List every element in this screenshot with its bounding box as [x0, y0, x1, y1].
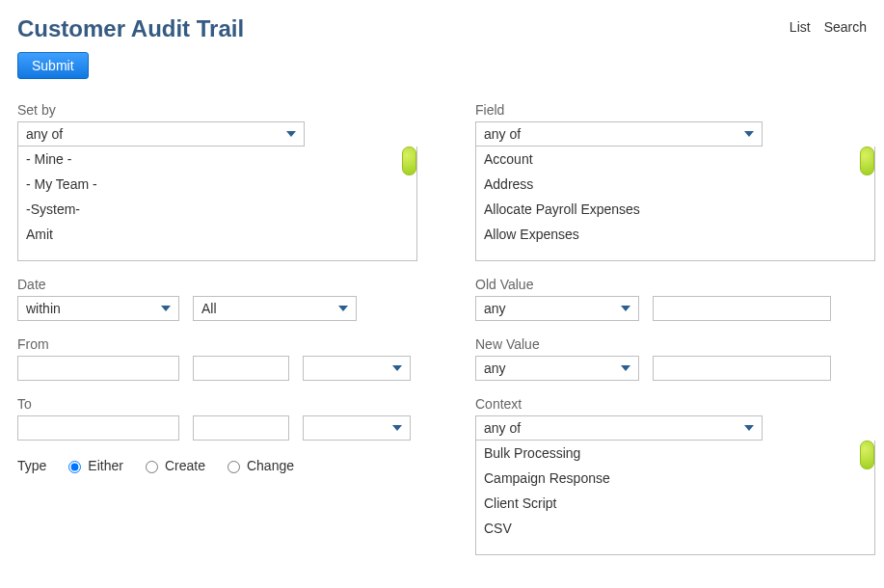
type-radio-group: Type Either Create Change: [17, 458, 417, 473]
list-item[interactable]: Client Script: [476, 491, 874, 516]
header-links: List Search: [790, 13, 867, 35]
from-label: From: [17, 336, 417, 352]
type-create-radio[interactable]: Create: [141, 458, 205, 473]
type-either-radio[interactable]: Either: [64, 458, 123, 473]
context-select[interactable]: any of: [475, 415, 763, 441]
page-title: Customer Audit Trail: [17, 15, 244, 42]
set-by-listbox[interactable]: - Mine - - My Team - -System- Amit: [17, 147, 417, 261]
context-label: Context: [475, 396, 875, 412]
radio-label: Change: [247, 458, 294, 473]
chevron-down-icon: [744, 425, 754, 431]
field-listbox[interactable]: Account Address Allocate Payroll Expense…: [475, 147, 875, 261]
nav-search-link[interactable]: Search: [824, 19, 867, 35]
date-mode-select[interactable]: within: [17, 296, 179, 321]
date-range-select[interactable]: All: [193, 296, 357, 321]
chevron-down-icon: [621, 365, 630, 371]
to-label: To: [17, 396, 417, 412]
radio-label: Create: [165, 458, 205, 473]
radio-input[interactable]: [68, 461, 81, 473]
field-select-value: any of: [484, 126, 521, 142]
type-change-radio[interactable]: Change: [223, 458, 294, 473]
list-item[interactable]: -System-: [18, 197, 416, 222]
list-item[interactable]: Campaign Response: [476, 466, 874, 491]
from-time-input[interactable]: [193, 356, 289, 381]
to-date-input[interactable]: [17, 415, 179, 441]
nav-list-link[interactable]: List: [790, 19, 811, 35]
from-ampm-select[interactable]: [303, 356, 411, 381]
list-item[interactable]: - Mine -: [18, 147, 416, 172]
chevron-down-icon: [744, 131, 754, 137]
new-value-mode-select[interactable]: any: [475, 356, 639, 381]
chevron-down-icon: [392, 425, 402, 431]
list-item[interactable]: - My Team -: [18, 172, 416, 197]
new-value-label: New Value: [475, 336, 875, 352]
to-time-input[interactable]: [193, 415, 289, 441]
list-item[interactable]: Account: [476, 147, 874, 172]
new-value-input[interactable]: [653, 356, 831, 381]
old-value-mode-value: any: [484, 301, 506, 316]
list-item[interactable]: Amit: [18, 222, 416, 247]
field-select[interactable]: any of: [475, 121, 763, 147]
context-select-value: any of: [484, 420, 521, 436]
radio-input[interactable]: [146, 461, 158, 473]
to-ampm-select[interactable]: [303, 415, 411, 441]
set-by-select[interactable]: any of: [17, 121, 305, 147]
scrollbar-thumb[interactable]: [860, 441, 874, 469]
list-item[interactable]: Bulk Processing: [476, 441, 874, 466]
old-value-input[interactable]: [653, 296, 831, 321]
scrollbar-thumb[interactable]: [860, 147, 874, 175]
old-value-mode-select[interactable]: any: [475, 296, 639, 321]
new-value-mode-value: any: [484, 361, 506, 376]
date-range-value: All: [201, 301, 217, 316]
list-item[interactable]: Allow Expenses: [476, 222, 874, 247]
list-item[interactable]: Allocate Payroll Expenses: [476, 197, 874, 222]
scrollbar-thumb[interactable]: [402, 147, 416, 175]
list-item[interactable]: Address: [476, 172, 874, 197]
date-mode-value: within: [26, 301, 61, 316]
date-label: Date: [17, 277, 417, 292]
field-label: Field: [475, 102, 875, 118]
chevron-down-icon: [392, 365, 402, 371]
type-label: Type: [17, 458, 46, 473]
context-listbox[interactable]: Bulk Processing Campaign Response Client…: [475, 441, 875, 555]
chevron-down-icon: [161, 306, 171, 311]
set-by-label: Set by: [17, 102, 417, 118]
chevron-down-icon: [286, 131, 296, 137]
from-date-input[interactable]: [17, 356, 179, 381]
old-value-label: Old Value: [475, 277, 875, 292]
radio-label: Either: [88, 458, 123, 473]
list-item[interactable]: CSV: [476, 516, 874, 541]
set-by-select-value: any of: [26, 126, 63, 142]
chevron-down-icon: [338, 306, 348, 311]
chevron-down-icon: [621, 306, 630, 311]
radio-input[interactable]: [228, 461, 240, 473]
submit-button[interactable]: Submit: [17, 52, 89, 79]
